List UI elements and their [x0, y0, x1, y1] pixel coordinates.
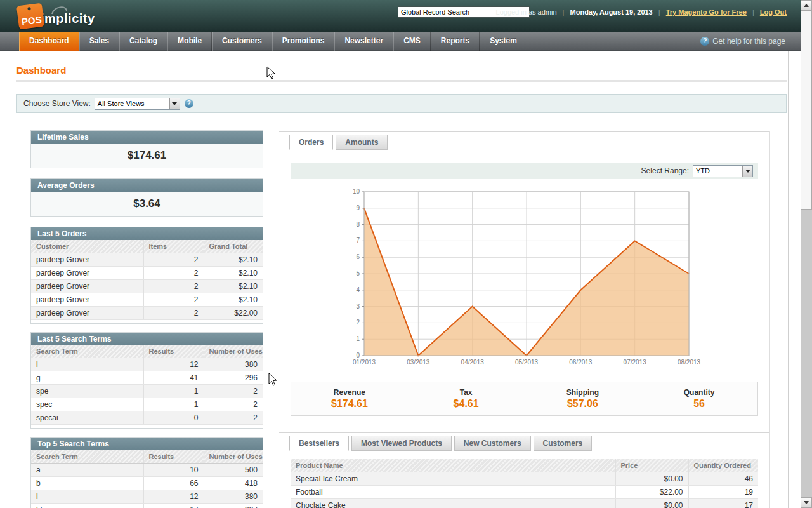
- nav-item-system[interactable]: System: [480, 32, 527, 51]
- table-row[interactable]: Special Ice Cream $0.00 46: [291, 472, 758, 485]
- select-dropdown-button[interactable]: [742, 166, 752, 177]
- tab-new-customers[interactable]: New Customers: [454, 436, 531, 451]
- table-row[interactable]: pardeep Grover 2 $2.10: [31, 266, 263, 279]
- cell-uses: 296: [204, 371, 263, 385]
- table-row[interactable]: bl 17 337: [31, 503, 263, 508]
- cell-uses: 418: [204, 476, 263, 490]
- separator: |: [658, 8, 660, 16]
- cell-items: 2: [143, 279, 204, 293]
- cell-uses: 2: [204, 398, 263, 411]
- table-row[interactable]: spec 1 2: [31, 398, 263, 411]
- total-label: Revenue: [291, 388, 408, 397]
- select-dropdown-button[interactable]: [169, 98, 180, 109]
- tab-amounts[interactable]: Amounts: [336, 135, 388, 150]
- table-row[interactable]: specai 0 2: [31, 411, 263, 425]
- table-row[interactable]: a 10 500: [31, 463, 263, 476]
- table-row[interactable]: spe 1 2: [31, 385, 263, 398]
- try-magento-link[interactable]: Try Magento Go for Free: [666, 8, 747, 16]
- tab-most-viewed[interactable]: Most Viewed Products: [351, 436, 452, 451]
- cell-uses: 500: [204, 463, 263, 476]
- total-label: Shipping: [525, 388, 641, 397]
- svg-text:7: 7: [356, 237, 360, 244]
- nav-item-promotions[interactable]: Promotions: [272, 32, 335, 51]
- nav-item-newsletter[interactable]: Newsletter: [334, 32, 393, 51]
- nav-item-sales[interactable]: Sales: [79, 32, 119, 51]
- cell-price: $22.00: [615, 485, 688, 498]
- page-title: Dashboard: [16, 65, 66, 76]
- table-row[interactable]: pardeep Grover 2 $2.10: [31, 279, 263, 293]
- col-header: Number of Uses: [204, 345, 263, 358]
- table-row[interactable]: Choclate Cake $0.00 17: [291, 498, 758, 508]
- cell-term: specai: [31, 411, 143, 425]
- select-range-dropdown[interactable]: YTD: [693, 165, 753, 177]
- bestsellers-tabs: Bestsellers Most Viewed Products New Cus…: [279, 436, 769, 451]
- cell-uses: 2: [204, 411, 263, 425]
- scroll-down-icon: [804, 501, 809, 504]
- nav-item-customers[interactable]: Customers: [212, 32, 272, 51]
- cell-results: 0: [143, 411, 204, 425]
- get-help-link[interactable]: ? Get help for this page: [700, 32, 785, 51]
- help-icon: ?: [700, 37, 709, 46]
- last-orders-widget: Last 5 Orders Customer Items Grand Total…: [30, 227, 263, 324]
- vertical-scrollbar: [801, 0, 812, 508]
- help-label: Get help for this page: [712, 37, 785, 46]
- cell-term: g: [31, 371, 143, 385]
- table-row[interactable]: g 41 296: [31, 371, 263, 385]
- table-row[interactable]: pardeep Grover 2 $2.10: [31, 253, 263, 266]
- tab-orders[interactable]: Orders: [289, 135, 333, 150]
- col-header: Number of Uses: [204, 450, 263, 463]
- cell-uses: 337: [204, 503, 263, 508]
- orders-chart-panel: Orders Amounts Select Range: YTD 0123456…: [279, 131, 769, 432]
- svg-text:03/2013: 03/2013: [407, 359, 430, 366]
- col-header: Customer: [31, 240, 143, 253]
- cell-customer: pardeep Grover: [31, 279, 143, 293]
- col-header: Product Name: [291, 459, 615, 472]
- cell-results: 10: [143, 463, 204, 476]
- cell-items: 2: [143, 266, 204, 279]
- logo-string-icon: [51, 4, 70, 16]
- content-right-border: [788, 51, 789, 508]
- nav-item-catalog[interactable]: Catalog: [119, 32, 167, 51]
- cell-results: 12: [143, 490, 204, 503]
- tab-bestsellers[interactable]: Bestsellers: [289, 436, 349, 451]
- lifetime-sales-value: $174.61: [31, 144, 263, 168]
- svg-text:05/2013: 05/2013: [515, 359, 539, 366]
- store-view-select[interactable]: All Store Views: [95, 98, 180, 110]
- logout-link[interactable]: Log Out: [760, 8, 787, 16]
- nav-item-mobile[interactable]: Mobile: [167, 32, 212, 51]
- svg-text:3: 3: [356, 303, 360, 310]
- orders-amounts-tabs: Orders Amounts: [279, 135, 769, 150]
- tab-customers[interactable]: Customers: [534, 436, 593, 451]
- col-header: Items: [143, 240, 204, 253]
- scrollbar-thumb[interactable]: [801, 11, 812, 210]
- table-row[interactable]: pardeep Grover 2 $22.00: [31, 306, 263, 319]
- widget-title: Last 5 Search Terms: [31, 333, 263, 345]
- svg-text:06/2013: 06/2013: [569, 359, 593, 366]
- last-search-terms-widget: Last 5 Search Terms Search Term Results …: [30, 332, 263, 429]
- svg-text:1: 1: [356, 335, 360, 342]
- scroll-down-button[interactable]: [801, 497, 812, 508]
- cell-results: 41: [143, 371, 204, 385]
- cell-term: l: [31, 358, 143, 371]
- svg-text:07/2013: 07/2013: [624, 359, 647, 366]
- table-row[interactable]: Football $22.00 19: [291, 485, 758, 498]
- select-range-value: YTD: [693, 166, 742, 177]
- table-row[interactable]: b 66 418: [31, 476, 263, 490]
- total-tax: Tax $4.61: [408, 382, 525, 415]
- total-shipping: Shipping $57.06: [525, 382, 641, 415]
- nav-item-dashboard[interactable]: Dashboard: [19, 32, 79, 51]
- cell-items: 2: [143, 293, 204, 306]
- table-row[interactable]: pardeep Grover 2 $2.10: [31, 293, 263, 306]
- nav-item-reports[interactable]: Reports: [431, 32, 480, 51]
- svg-text:8: 8: [356, 221, 360, 228]
- scroll-up-button[interactable]: [801, 0, 812, 11]
- table-row[interactable]: l 12 380: [31, 358, 263, 371]
- last-search-table: Search Term Results Number of Uses l 12 …: [31, 345, 263, 425]
- cell-product: Special Ice Cream: [291, 472, 615, 485]
- nav-item-cms[interactable]: CMS: [393, 32, 431, 51]
- grid-padding: [31, 320, 263, 323]
- table-row[interactable]: l 12 380: [31, 490, 263, 503]
- separator: |: [752, 8, 754, 16]
- store-view-help-icon[interactable]: ?: [185, 99, 193, 108]
- chevron-down-icon: [745, 170, 750, 173]
